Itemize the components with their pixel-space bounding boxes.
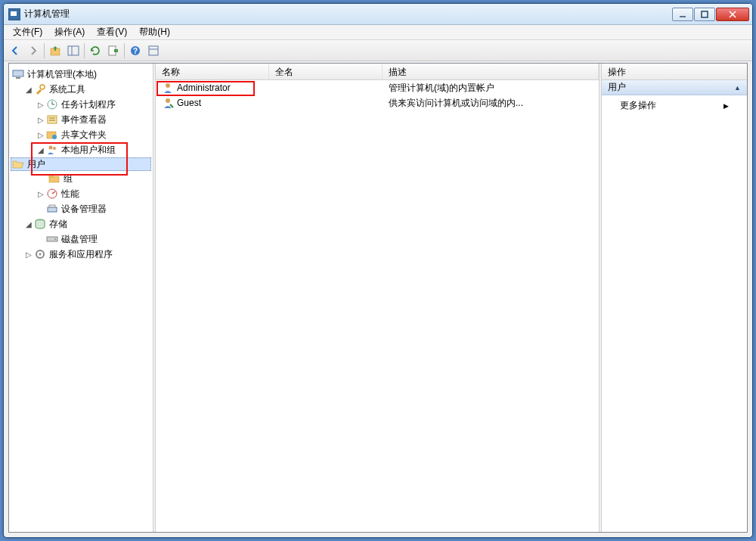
blank-icon xyxy=(36,235,45,244)
tree-users[interactable]: 用户 xyxy=(11,157,151,171)
tree-root[interactable]: 计算机管理(本地) xyxy=(11,67,151,82)
collapse-arrow-icon: ▲ xyxy=(734,84,741,92)
svg-point-36 xyxy=(166,83,170,88)
svg-point-33 xyxy=(54,238,56,240)
svg-text:?: ? xyxy=(133,47,138,55)
svg-point-35 xyxy=(39,253,42,256)
tree-label: 存储 xyxy=(49,218,67,231)
blank-icon xyxy=(36,204,45,213)
event-icon xyxy=(46,113,58,126)
properties-button[interactable] xyxy=(145,42,162,59)
expand-icon[interactable]: ▷ xyxy=(36,100,45,109)
toolbar-separator xyxy=(84,43,85,58)
folder-icon xyxy=(48,173,60,185)
tools-icon xyxy=(34,83,46,95)
actions-more-label: 更多操作 xyxy=(620,99,656,112)
user-icon xyxy=(162,97,174,109)
svg-rect-26 xyxy=(49,175,53,177)
actions-more[interactable]: 更多操作 ▶ xyxy=(602,95,747,116)
svg-rect-10 xyxy=(149,46,158,55)
tree-pane[interactable]: 计算机管理(本地) ◢ 系统工具 ▷ 任务计划程序 ▷ 事件查看器 xyxy=(9,64,153,532)
col-desc[interactable]: 描述 xyxy=(383,64,599,79)
svg-point-37 xyxy=(166,98,170,103)
col-fullname[interactable]: 全名 xyxy=(269,64,383,79)
svg-rect-12 xyxy=(13,70,23,76)
show-hide-tree-button[interactable] xyxy=(65,42,82,59)
services-icon xyxy=(34,248,46,260)
tree-device-manager[interactable]: 设备管理器 xyxy=(11,201,151,216)
list-row-administrator[interactable]: Administrator 管理计算机(域)的内置帐户 xyxy=(156,80,599,95)
refresh-button[interactable] xyxy=(87,42,104,59)
tree-label: 系统工具 xyxy=(49,83,85,96)
expand-icon[interactable]: ▷ xyxy=(36,115,45,124)
cell-name: Guest xyxy=(177,98,201,108)
up-button[interactable] xyxy=(47,42,64,59)
toolbar-separator xyxy=(44,43,45,58)
tree-system-tools[interactable]: ◢ 系统工具 xyxy=(11,82,151,97)
expand-icon[interactable]: ▷ xyxy=(36,130,45,139)
tree-shared-folders[interactable]: ▷ 共享文件夹 xyxy=(11,127,151,142)
collapse-icon[interactable]: ◢ xyxy=(24,219,33,229)
svg-rect-29 xyxy=(48,207,57,212)
list-pane[interactable]: 名称 全名 描述 Administrator 管理计算机(域)的内置帐户 Gu xyxy=(156,64,599,532)
help-button[interactable]: ? xyxy=(127,42,144,59)
menu-file[interactable]: 文件(F) xyxy=(7,24,48,40)
minimize-button[interactable] xyxy=(672,8,693,21)
tree-storage[interactable]: ◢ 存储 xyxy=(11,216,151,232)
back-button[interactable] xyxy=(7,42,23,59)
tree-performance[interactable]: ▷ 性能 xyxy=(11,186,151,201)
tree-label: 设备管理器 xyxy=(61,203,107,216)
toolbar: ? xyxy=(4,40,752,61)
clock-icon xyxy=(46,98,58,110)
tree-label: 组 xyxy=(64,173,73,185)
toolbar-separator xyxy=(124,43,125,58)
window-controls xyxy=(672,8,749,21)
expand-icon[interactable]: ▷ xyxy=(24,250,33,259)
export-button[interactable] xyxy=(105,42,122,59)
users-groups-icon xyxy=(46,144,58,156)
tree-label: 事件查看器 xyxy=(61,113,107,126)
tree-services-apps[interactable]: ▷ 服务和应用程序 xyxy=(11,247,151,262)
svg-rect-13 xyxy=(16,77,20,79)
tree-task-scheduler[interactable]: ▷ 任务计划程序 xyxy=(11,97,151,112)
list-header: 名称 全名 描述 xyxy=(156,64,599,80)
svg-point-22 xyxy=(52,135,57,139)
titlebar[interactable]: 计算机管理 xyxy=(4,4,752,25)
app-icon xyxy=(8,8,20,20)
collapse-icon[interactable]: ◢ xyxy=(36,145,45,154)
cell-desc: 供来宾访问计算机或访问域的内... xyxy=(389,97,523,110)
cell-desc: 管理计算机(域)的内置帐户 xyxy=(389,82,494,95)
menubar: 文件(F) 操作(A) 查看(V) 帮助(H) xyxy=(4,25,752,40)
tree-local-users-groups[interactable]: ◢ 本地用户和组 xyxy=(11,142,151,157)
device-icon xyxy=(46,203,58,215)
menu-action[interactable]: 操作(A) xyxy=(48,24,91,40)
svg-rect-30 xyxy=(49,205,55,207)
cell-name: Administrator xyxy=(177,82,231,93)
forward-button[interactable] xyxy=(25,42,42,59)
performance-icon xyxy=(46,188,58,200)
user-icon xyxy=(162,82,174,94)
svg-point-23 xyxy=(49,146,53,150)
tree-event-viewer[interactable]: ▷ 事件查看器 xyxy=(11,112,151,127)
tree-label: 用户 xyxy=(27,158,45,171)
col-name[interactable]: 名称 xyxy=(156,64,269,79)
tree-label: 服务和应用程序 xyxy=(49,248,113,261)
tree-label: 性能 xyxy=(61,188,79,201)
maximize-button[interactable] xyxy=(694,8,715,21)
expand-icon[interactable]: ▷ xyxy=(36,189,45,198)
list-row-guest[interactable]: Guest 供来宾访问计算机或访问域的内... xyxy=(156,95,599,110)
svg-point-24 xyxy=(53,147,56,150)
menu-view[interactable]: 查看(V) xyxy=(91,24,133,40)
menu-help[interactable]: 帮助(H) xyxy=(133,24,176,40)
tree-groups[interactable]: 组 xyxy=(11,171,151,186)
storage-icon xyxy=(34,218,46,230)
tree-label: 任务计划程序 xyxy=(61,98,116,111)
tree-disk-management[interactable]: 磁盘管理 xyxy=(11,232,151,247)
collapse-icon[interactable]: ◢ xyxy=(24,85,33,94)
close-button[interactable] xyxy=(716,8,749,21)
window-title: 计算机管理 xyxy=(24,8,672,20)
folder-open-icon xyxy=(12,158,24,170)
actions-section-users[interactable]: 用户 ▲ xyxy=(602,80,747,95)
tree-label: 磁盘管理 xyxy=(61,233,98,246)
content-area: 计算机管理(本地) ◢ 系统工具 ▷ 任务计划程序 ▷ 事件查看器 xyxy=(8,63,748,533)
